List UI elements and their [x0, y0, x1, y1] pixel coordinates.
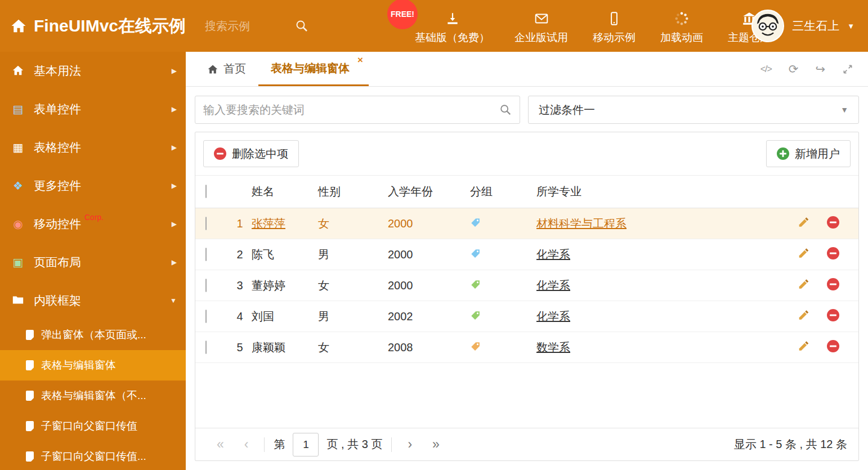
header-search[interactable]: [205, 19, 320, 33]
table-row[interactable]: 5 康颖颖 女 2008 数学系: [195, 332, 858, 363]
filter-row: 过滤条件一 ▼: [195, 96, 859, 124]
add-user-button[interactable]: 新增用户: [766, 140, 851, 167]
prev-page-icon[interactable]: ‹: [234, 437, 259, 452]
row-checkbox[interactable]: [205, 279, 207, 292]
file-icon: [26, 391, 34, 401]
edit-icon[interactable]: [798, 309, 810, 321]
home-icon: [10, 17, 27, 34]
sidebar-subitem-label: 表格与编辑窗体（不...: [41, 388, 146, 403]
layout-icon: ▣: [10, 257, 26, 268]
sidebar-subitem-child-to-parent[interactable]: 子窗口向父窗口传值: [0, 411, 186, 441]
row-checkbox[interactable]: [205, 310, 207, 323]
search-icon[interactable]: [295, 19, 308, 33]
sidebar: 基本用法 ▶ ▤ 表单控件 ▶ ▦ 表格控件 ▶ ❖ 更多控件 ▶ ◉ 移动控件: [0, 52, 186, 470]
sidebar-item-iframe[interactable]: 内联框架 ▼: [0, 281, 186, 320]
last-page-icon[interactable]: »: [422, 437, 450, 452]
row-checkbox[interactable]: [205, 248, 207, 261]
delete-row-icon[interactable]: [827, 216, 839, 229]
cell-name: 陈飞: [252, 247, 318, 262]
table-row[interactable]: 1 张萍萍 女 2000 材料科学与工程系: [195, 208, 858, 239]
edit-icon[interactable]: [798, 216, 810, 229]
row-number: 2: [228, 248, 252, 261]
next-page-icon[interactable]: ›: [397, 437, 422, 452]
grid-panel: 删除选中项 新增用户 姓名 性别 入学年份 分组: [195, 132, 859, 461]
cell-gender: 女: [318, 278, 388, 293]
sidebar-item-basic-usage[interactable]: 基本用法 ▶: [0, 52, 186, 90]
delete-selected-label: 删除选中项: [232, 146, 288, 162]
search-icon[interactable]: [499, 104, 512, 116]
nav-mobile-demo[interactable]: 移动示例: [584, 11, 644, 45]
cell-year: 2000: [388, 279, 470, 292]
nav-enterprise-trial[interactable]: 企业版试用: [506, 11, 576, 45]
page-number-input[interactable]: [293, 433, 319, 456]
close-icon[interactable]: ×: [357, 55, 363, 65]
mobile-pin-icon: ◉: [10, 218, 26, 230]
sidebar-item-page-layout[interactable]: ▣ 页面布局 ▶: [0, 243, 186, 281]
keyword-search[interactable]: [195, 96, 520, 124]
keyword-search-input[interactable]: [203, 104, 499, 117]
sidebar-item-mobile-controls[interactable]: ◉ 移动控件 Corp. ▶: [0, 205, 186, 243]
cell-gender: 男: [318, 247, 388, 262]
edit-icon[interactable]: [798, 278, 810, 290]
table-row[interactable]: 3 董婷婷 女 2000 化学系: [195, 270, 858, 301]
delete-selected-button[interactable]: 删除选中项: [203, 140, 299, 167]
sidebar-item-grid-controls[interactable]: ▦ 表格控件 ▶: [0, 128, 186, 167]
major-link[interactable]: 数学系: [536, 341, 570, 353]
major-link[interactable]: 化学系: [536, 310, 570, 323]
cell-gender: 女: [318, 216, 388, 231]
nav-label: 企业版试用: [514, 30, 568, 45]
delete-row-icon[interactable]: [827, 340, 839, 352]
filter-dropdown-value: 过滤条件一: [539, 102, 595, 118]
delete-row-icon[interactable]: [827, 247, 839, 259]
page-suffix-label: 页 , 共 3 页: [326, 437, 382, 452]
sidebar-item-form-controls[interactable]: ▤ 表单控件 ▶: [0, 90, 186, 128]
user-name: 三生石上: [792, 18, 839, 34]
envelope-icon: [534, 11, 549, 26]
sidebar-subitem-child-to-parent-2[interactable]: 子窗口向父窗口传值...: [0, 441, 186, 470]
tag-icon: [470, 341, 480, 351]
row-checkbox[interactable]: [205, 341, 207, 354]
spinner-icon: [674, 11, 689, 26]
grid-toolbar: 删除选中项 新增用户: [195, 132, 858, 176]
pagination-summary: 显示 1 - 5 条 , 共 12 条: [734, 437, 847, 452]
app-window: FineUIMvc在线示例 FREE! 基础版（免费） 企业版试用 移动示例: [0, 0, 868, 470]
refresh-icon[interactable]: ⟳: [789, 63, 799, 75]
edit-icon[interactable]: [798, 340, 810, 352]
delete-row-icon[interactable]: [827, 278, 839, 290]
add-user-label: 新增用户: [795, 146, 840, 162]
avatar[interactable]: [751, 10, 784, 42]
app-logo[interactable]: FineUIMvc在线示例: [10, 15, 186, 38]
file-icon: [26, 360, 34, 370]
sidebar-subitem-popup-window[interactable]: 弹出窗体（本页面或...: [0, 320, 186, 350]
major-link[interactable]: 化学系: [536, 248, 570, 261]
table-row[interactable]: 4 刘国 男 2002 化学系: [195, 301, 858, 332]
header-nav: 基础版（免费） 企业版试用 移动示例 加载动画 主题仓库: [406, 0, 779, 52]
sidebar-subitem-grid-edit-window[interactable]: 表格与编辑窗体: [0, 350, 186, 381]
expand-icon[interactable]: [842, 64, 853, 75]
edit-icon[interactable]: [798, 247, 810, 259]
filter-dropdown[interactable]: 过滤条件一 ▼: [528, 96, 859, 124]
major-link[interactable]: 材料科学与工程系: [536, 217, 627, 230]
source-code-icon[interactable]: </>: [760, 65, 772, 74]
cell-gender: 女: [318, 340, 388, 355]
nav-loading-animation[interactable]: 加载动画: [652, 11, 712, 45]
table-row[interactable]: 2 陈飞 男 2000 化学系: [195, 239, 858, 270]
forward-icon[interactable]: ↪: [815, 63, 825, 75]
user-menu[interactable]: 三生石上 ▼: [751, 0, 854, 52]
delete-row-icon[interactable]: [827, 309, 839, 321]
row-checkbox[interactable]: [205, 217, 207, 230]
divider: [264, 437, 265, 452]
tab-tools: </> ⟳ ↪: [760, 52, 868, 86]
nav-basic-edition[interactable]: 基础版（免费）: [406, 11, 498, 45]
sidebar-item-more-controls[interactable]: ❖ 更多控件 ▶: [0, 167, 186, 205]
select-all-checkbox[interactable]: [205, 185, 207, 198]
header-search-input[interactable]: [205, 20, 295, 33]
first-page-icon[interactable]: «: [207, 437, 234, 452]
tab-grid-edit-window[interactable]: 表格与编辑窗体 ×: [258, 52, 369, 86]
cell-name: 张萍萍: [252, 216, 318, 231]
sidebar-subitem-label: 弹出窗体（本页面或...: [41, 328, 146, 342]
tab-home[interactable]: 首页: [195, 52, 258, 86]
major-link[interactable]: 化学系: [536, 279, 570, 292]
sidebar-subitem-grid-edit-window-2[interactable]: 表格与编辑窗体（不...: [0, 381, 186, 411]
chevron-right-icon: ▶: [172, 182, 177, 190]
